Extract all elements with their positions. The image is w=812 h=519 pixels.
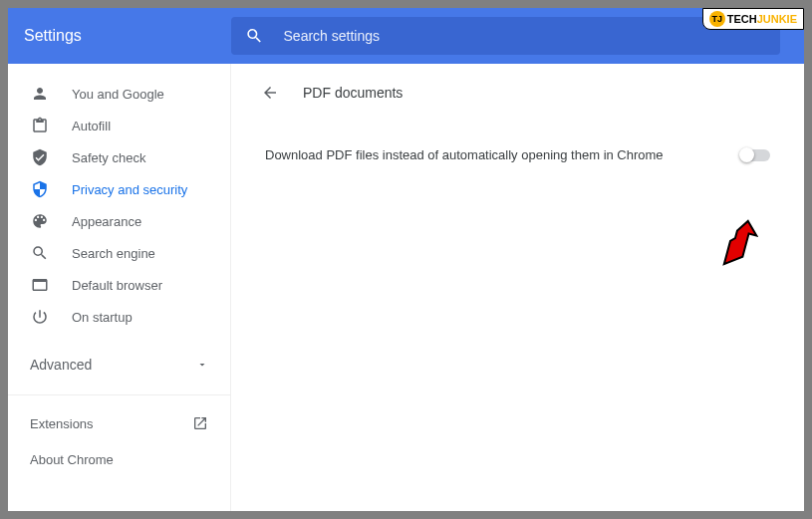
- sidebar-item-safety-check[interactable]: Safety check: [8, 141, 230, 173]
- sidebar-item-label: Privacy and security: [72, 182, 208, 197]
- palette-icon: [30, 211, 50, 231]
- sidebar-item-on-startup[interactable]: On startup: [8, 301, 230, 333]
- sidebar-item-label: Search engine: [72, 246, 208, 261]
- security-icon: [30, 179, 50, 199]
- sidebar-item-label: Default browser: [72, 278, 208, 293]
- external-link-icon: [192, 415, 208, 431]
- chevron-down-icon: [196, 359, 208, 371]
- clipboard-icon: [30, 116, 50, 135]
- sidebar-item-label: You and Google: [72, 87, 208, 102]
- sidebar: You and Google Autofill Safety check Pri…: [8, 64, 231, 511]
- sidebar-item-privacy-security[interactable]: Privacy and security: [8, 173, 230, 205]
- sidebar-item-autofill[interactable]: Autofill: [8, 110, 230, 141]
- browser-icon: [30, 275, 50, 295]
- sidebar-item-default-browser[interactable]: Default browser: [8, 269, 230, 301]
- sidebar-extensions[interactable]: Extensions: [8, 405, 230, 441]
- toggle-knob: [739, 147, 754, 162]
- divider: [8, 394, 230, 395]
- search-icon: [245, 26, 264, 46]
- settings-window: TJ TECHJUNKIE Settings You and Google Au…: [8, 8, 804, 511]
- search-icon: [30, 243, 50, 263]
- sidebar-item-label: Appearance: [72, 214, 208, 229]
- app-title: Settings: [24, 27, 231, 45]
- extensions-label: Extensions: [30, 416, 94, 431]
- sidebar-item-label: On startup: [72, 310, 208, 325]
- search-input[interactable]: [284, 28, 766, 44]
- back-arrow-icon[interactable]: [261, 84, 279, 102]
- sidebar-item-search-engine[interactable]: Search engine: [8, 237, 230, 269]
- sidebar-about-chrome[interactable]: About Chrome: [8, 441, 230, 477]
- content-area: PDF documents Download PDF files instead…: [231, 64, 804, 511]
- page-title: PDF documents: [303, 85, 403, 101]
- setting-label: Download PDF files instead of automatica…: [265, 147, 664, 162]
- person-icon: [30, 84, 50, 104]
- toggle-download-pdf[interactable]: [740, 149, 770, 161]
- sidebar-advanced[interactable]: Advanced: [8, 345, 230, 385]
- header-bar: Settings: [8, 8, 804, 64]
- setting-row-download-pdf: Download PDF files instead of automatica…: [261, 147, 774, 162]
- annotation-arrow: [702, 213, 758, 269]
- body: You and Google Autofill Safety check Pri…: [8, 64, 804, 511]
- shield-check-icon: [30, 147, 50, 167]
- advanced-label: Advanced: [30, 357, 92, 373]
- sidebar-item-you-and-google[interactable]: You and Google: [8, 78, 230, 110]
- watermark-logo: TJ: [709, 11, 725, 27]
- search-box[interactable]: [231, 17, 780, 55]
- watermark-tech: TECH: [727, 13, 757, 25]
- about-label: About Chrome: [30, 452, 114, 467]
- sidebar-item-label: Autofill: [72, 119, 208, 133]
- sidebar-item-appearance[interactable]: Appearance: [8, 205, 230, 237]
- watermark-badge: TJ TECHJUNKIE: [702, 8, 804, 30]
- page-header: PDF documents: [261, 84, 774, 102]
- sidebar-item-label: Safety check: [72, 150, 208, 165]
- power-icon: [30, 307, 50, 327]
- watermark-junkie: JUNKIE: [757, 13, 797, 25]
